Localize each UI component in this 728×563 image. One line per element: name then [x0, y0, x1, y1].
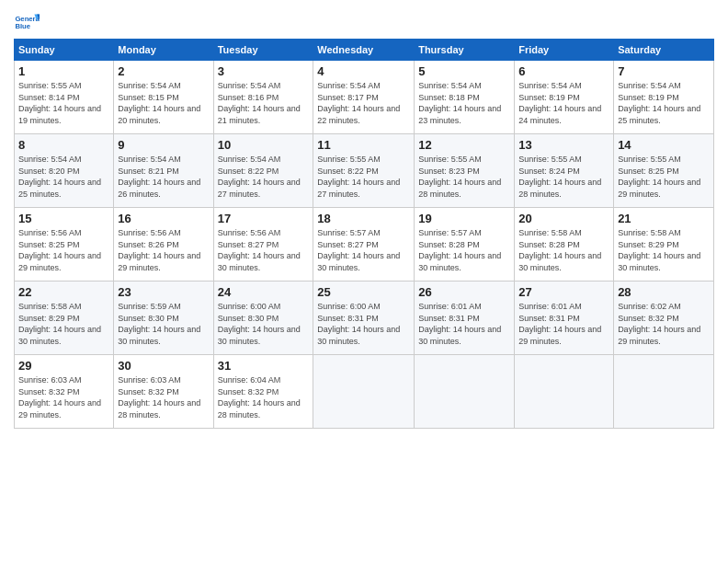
day-info: Sunrise: 5:57 AMSunset: 8:27 PMDaylight:…: [317, 228, 400, 272]
calendar-week-4: 22 Sunrise: 5:58 AMSunset: 8:29 PMDaylig…: [15, 282, 714, 355]
day-info: Sunrise: 5:54 AMSunset: 8:18 PMDaylight:…: [418, 81, 501, 125]
day-info: Sunrise: 5:56 AMSunset: 8:25 PMDaylight:…: [18, 228, 101, 272]
calendar-week-1: 1 Sunrise: 5:55 AMSunset: 8:14 PMDayligh…: [15, 61, 714, 134]
calendar-cell: 15 Sunrise: 5:56 AMSunset: 8:25 PMDaylig…: [15, 208, 114, 282]
day-number: 30: [118, 359, 209, 373]
calendar-cell: 19 Sunrise: 5:57 AMSunset: 8:28 PMDaylig…: [415, 208, 515, 282]
day-number: 5: [418, 64, 510, 78]
day-info: Sunrise: 6:00 AMSunset: 8:31 PMDaylight:…: [317, 302, 400, 346]
calendar-cell: 7 Sunrise: 5:54 AMSunset: 8:19 PMDayligh…: [614, 61, 714, 134]
day-number: 18: [317, 212, 410, 225]
day-number: 1: [18, 64, 109, 78]
day-number: 13: [518, 138, 609, 152]
day-number: 17: [218, 212, 310, 225]
day-number: 21: [618, 212, 710, 225]
general-blue-logo-icon: General Blue: [14, 9, 40, 35]
calendar-cell: 17 Sunrise: 5:56 AMSunset: 8:27 PMDaylig…: [213, 208, 313, 282]
calendar-week-3: 15 Sunrise: 5:56 AMSunset: 8:25 PMDaylig…: [15, 208, 714, 282]
day-number: 2: [118, 64, 209, 78]
day-info: Sunrise: 5:54 AMSunset: 8:19 PMDaylight:…: [618, 81, 700, 125]
day-number: 9: [118, 138, 209, 152]
day-number: 27: [518, 285, 609, 299]
day-info: Sunrise: 5:54 AMSunset: 8:16 PMDaylight:…: [218, 81, 301, 125]
calendar-cell: 2 Sunrise: 5:54 AMSunset: 8:15 PMDayligh…: [114, 61, 213, 134]
day-info: Sunrise: 5:54 AMSunset: 8:21 PMDaylight:…: [118, 155, 200, 199]
calendar-cell: 20 Sunrise: 5:58 AMSunset: 8:28 PMDaylig…: [515, 208, 614, 282]
day-info: Sunrise: 5:54 AMSunset: 8:15 PMDaylight:…: [118, 81, 200, 125]
day-number: 14: [618, 138, 710, 152]
day-number: 11: [317, 138, 410, 152]
day-info: Sunrise: 6:00 AMSunset: 8:30 PMDaylight:…: [218, 302, 301, 346]
header-cell-saturday: Saturday: [614, 40, 714, 61]
calendar-cell: 13 Sunrise: 5:55 AMSunset: 8:24 PMDaylig…: [515, 134, 614, 208]
day-number: 4: [317, 64, 410, 78]
day-number: 22: [18, 285, 109, 299]
calendar-cell: 27 Sunrise: 6:01 AMSunset: 8:31 PMDaylig…: [515, 282, 614, 355]
header-cell-sunday: Sunday: [15, 40, 114, 61]
calendar-cell: 14 Sunrise: 5:55 AMSunset: 8:25 PMDaylig…: [614, 134, 714, 208]
calendar-week-2: 8 Sunrise: 5:54 AMSunset: 8:20 PMDayligh…: [15, 134, 714, 208]
header-cell-monday: Monday: [114, 40, 213, 61]
day-number: 25: [317, 285, 410, 299]
calendar-cell: 28 Sunrise: 6:02 AMSunset: 8:32 PMDaylig…: [614, 282, 714, 355]
day-info: Sunrise: 6:02 AMSunset: 8:32 PMDaylight:…: [618, 302, 700, 346]
calendar-cell: 23 Sunrise: 5:59 AMSunset: 8:30 PMDaylig…: [114, 282, 213, 355]
header-cell-wednesday: Wednesday: [313, 40, 415, 61]
calendar-cell: 29 Sunrise: 6:03 AMSunset: 8:32 PMDaylig…: [15, 355, 114, 429]
header-row: SundayMondayTuesdayWednesdayThursdayFrid…: [15, 40, 714, 61]
day-info: Sunrise: 6:03 AMSunset: 8:32 PMDaylight:…: [118, 375, 200, 419]
calendar-table: SundayMondayTuesdayWednesdayThursdayFrid…: [14, 39, 714, 429]
day-info: Sunrise: 5:59 AMSunset: 8:30 PMDaylight:…: [118, 302, 200, 346]
day-info: Sunrise: 5:55 AMSunset: 8:25 PMDaylight:…: [618, 155, 700, 199]
header-cell-thursday: Thursday: [415, 40, 515, 61]
day-info: Sunrise: 5:57 AMSunset: 8:28 PMDaylight:…: [418, 228, 501, 272]
calendar-cell: 25 Sunrise: 6:00 AMSunset: 8:31 PMDaylig…: [313, 282, 415, 355]
day-number: 20: [518, 212, 609, 225]
calendar-cell: 4 Sunrise: 5:54 AMSunset: 8:17 PMDayligh…: [313, 61, 415, 134]
calendar-header: SundayMondayTuesdayWednesdayThursdayFrid…: [15, 40, 714, 61]
day-info: Sunrise: 5:58 AMSunset: 8:29 PMDaylight:…: [618, 228, 700, 272]
calendar-cell: 18 Sunrise: 5:57 AMSunset: 8:27 PMDaylig…: [313, 208, 415, 282]
calendar-cell: 10 Sunrise: 5:54 AMSunset: 8:22 PMDaylig…: [213, 134, 313, 208]
calendar-cell: 6 Sunrise: 5:54 AMSunset: 8:19 PMDayligh…: [515, 61, 614, 134]
day-info: Sunrise: 5:58 AMSunset: 8:29 PMDaylight:…: [18, 302, 101, 346]
day-number: 3: [218, 64, 310, 78]
day-number: 26: [418, 285, 510, 299]
logo: General Blue: [14, 9, 40, 35]
day-info: Sunrise: 5:55 AMSunset: 8:22 PMDaylight:…: [317, 155, 400, 199]
day-info: Sunrise: 5:55 AMSunset: 8:23 PMDaylight:…: [418, 155, 501, 199]
day-info: Sunrise: 6:04 AMSunset: 8:32 PMDaylight:…: [218, 375, 301, 419]
header-cell-friday: Friday: [515, 40, 614, 61]
day-info: Sunrise: 5:56 AMSunset: 8:27 PMDaylight:…: [218, 228, 301, 272]
day-number: 8: [18, 138, 109, 152]
day-info: Sunrise: 5:54 AMSunset: 8:19 PMDaylight:…: [518, 81, 601, 125]
day-number: 28: [618, 285, 710, 299]
calendar-cell: 8 Sunrise: 5:54 AMSunset: 8:20 PMDayligh…: [15, 134, 114, 208]
day-info: Sunrise: 5:54 AMSunset: 8:17 PMDaylight:…: [317, 81, 400, 125]
day-number: 31: [218, 359, 310, 373]
calendar-cell: 3 Sunrise: 5:54 AMSunset: 8:16 PMDayligh…: [213, 61, 313, 134]
calendar-cell: 24 Sunrise: 6:00 AMSunset: 8:30 PMDaylig…: [213, 282, 313, 355]
day-info: Sunrise: 5:55 AMSunset: 8:24 PMDaylight:…: [518, 155, 601, 199]
calendar-week-5: 29 Sunrise: 6:03 AMSunset: 8:32 PMDaylig…: [15, 355, 714, 429]
day-number: 23: [118, 285, 209, 299]
calendar-body: 1 Sunrise: 5:55 AMSunset: 8:14 PMDayligh…: [15, 61, 714, 429]
day-number: 12: [418, 138, 510, 152]
day-info: Sunrise: 5:54 AMSunset: 8:20 PMDaylight:…: [18, 155, 101, 199]
day-info: Sunrise: 5:56 AMSunset: 8:26 PMDaylight:…: [118, 228, 200, 272]
day-number: 6: [518, 64, 609, 78]
day-info: Sunrise: 5:58 AMSunset: 8:28 PMDaylight:…: [518, 228, 601, 272]
calendar-cell: 5 Sunrise: 5:54 AMSunset: 8:18 PMDayligh…: [415, 61, 515, 134]
calendar-cell: [614, 355, 714, 429]
calendar-cell: 26 Sunrise: 6:01 AMSunset: 8:31 PMDaylig…: [415, 282, 515, 355]
calendar-cell: [415, 355, 515, 429]
day-number: 29: [18, 359, 109, 373]
calendar-cell: [313, 355, 415, 429]
day-number: 19: [418, 212, 510, 225]
day-info: Sunrise: 6:01 AMSunset: 8:31 PMDaylight:…: [518, 302, 601, 346]
page: General Blue SundayMondayTuesdayWednesda…: [0, 0, 728, 563]
calendar-cell: 30 Sunrise: 6:03 AMSunset: 8:32 PMDaylig…: [114, 355, 213, 429]
calendar-cell: [515, 355, 614, 429]
day-info: Sunrise: 6:03 AMSunset: 8:32 PMDaylight:…: [18, 375, 101, 419]
calendar-cell: 21 Sunrise: 5:58 AMSunset: 8:29 PMDaylig…: [614, 208, 714, 282]
